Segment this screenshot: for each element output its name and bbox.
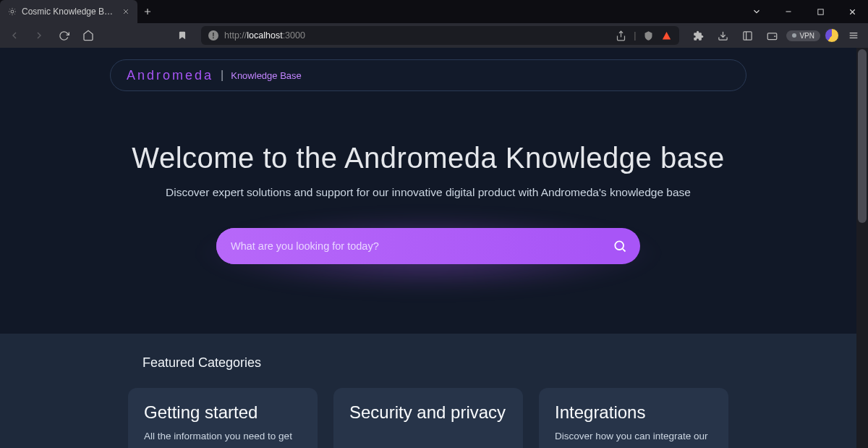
- hero-search-button[interactable]: [604, 232, 636, 261]
- wallet-icon[interactable]: [762, 25, 782, 46]
- featured-section: Featured Categories Getting started All …: [0, 334, 856, 448]
- category-card-getting-started[interactable]: Getting started All the information you …: [128, 388, 318, 448]
- tab-title: Cosmic Knowledge Base - Expert: [22, 7, 117, 17]
- window-close-button[interactable]: [836, 0, 868, 23]
- page-viewport: Andromeda | Knowledge Base Welcome to th…: [0, 48, 868, 448]
- extensions-icon[interactable]: [688, 25, 708, 46]
- browser-toolbar: ! http://localhost:3000 | VPN: [0, 23, 868, 48]
- downloads-icon[interactable]: [712, 25, 733, 46]
- svg-line-13: [623, 249, 626, 252]
- nav-reload-button[interactable]: [54, 25, 74, 46]
- hero-search-input[interactable]: [216, 228, 604, 264]
- hero-search-bar: [216, 228, 640, 264]
- profile-avatar[interactable]: [825, 28, 839, 43]
- brave-rewards-icon[interactable]: [661, 30, 672, 41]
- url-text: http://localhost:3000: [224, 30, 305, 41]
- card-desc: Discover how you can integrate our: [555, 430, 712, 444]
- nav-back-button[interactable]: [4, 25, 25, 46]
- brave-shields-icon[interactable]: [643, 30, 654, 41]
- card-title: Integrations: [555, 402, 712, 423]
- tab-favicon: [7, 7, 17, 17]
- browser-tab-strip: Cosmic Knowledge Base - Expert: [0, 0, 868, 23]
- window-maximize-button[interactable]: [804, 0, 836, 23]
- hero-subtitle: Discover expert solutions and support fo…: [0, 186, 856, 199]
- search-icon: [613, 239, 627, 253]
- card-title: Getting started: [144, 402, 302, 423]
- category-card-security[interactable]: Security and privacy: [333, 388, 523, 448]
- category-card-integrations[interactable]: Integrations Discover how you can integr…: [539, 388, 728, 448]
- nav-forward-button[interactable]: [29, 25, 49, 46]
- vpn-badge[interactable]: VPN: [786, 30, 820, 41]
- browser-tab-active[interactable]: Cosmic Knowledge Base - Expert: [0, 0, 137, 23]
- url-bar[interactable]: ! http://localhost:3000 |: [201, 26, 679, 45]
- site-header-pill: Andromeda | Knowledge Base: [110, 59, 746, 91]
- bookmark-icon[interactable]: [172, 25, 192, 46]
- svg-rect-2: [817, 9, 822, 14]
- brand-separator: |: [221, 69, 224, 82]
- tab-close-icon[interactable]: [122, 7, 130, 16]
- svg-rect-6: [744, 31, 752, 39]
- vertical-scrollbar[interactable]: [856, 48, 868, 448]
- svg-point-0: [11, 10, 14, 13]
- brand-name[interactable]: Andromeda: [127, 68, 213, 83]
- share-icon[interactable]: [616, 30, 626, 41]
- window-minimize-button[interactable]: [773, 0, 804, 23]
- card-desc: All the information you need to get up: [144, 430, 302, 448]
- app-menu-icon[interactable]: [843, 25, 864, 46]
- hero-section: Welcome to the Andromeda Knowledge base …: [0, 142, 856, 264]
- site-info-icon[interactable]: !: [208, 30, 218, 41]
- scrollbar-thumb[interactable]: [858, 49, 867, 223]
- nav-home-button[interactable]: [78, 25, 98, 46]
- svg-marker-4: [663, 31, 671, 39]
- window-dropdown-icon[interactable]: [741, 0, 773, 23]
- brand-subtitle: Knowledge Base: [231, 70, 302, 81]
- sidebar-icon[interactable]: [737, 25, 757, 46]
- card-title: Security and privacy: [349, 402, 507, 423]
- hero-title: Welcome to the Andromeda Knowledge base: [0, 142, 856, 174]
- svg-point-12: [615, 241, 624, 250]
- new-tab-button[interactable]: [137, 7, 158, 17]
- featured-heading: Featured Categories: [142, 355, 728, 371]
